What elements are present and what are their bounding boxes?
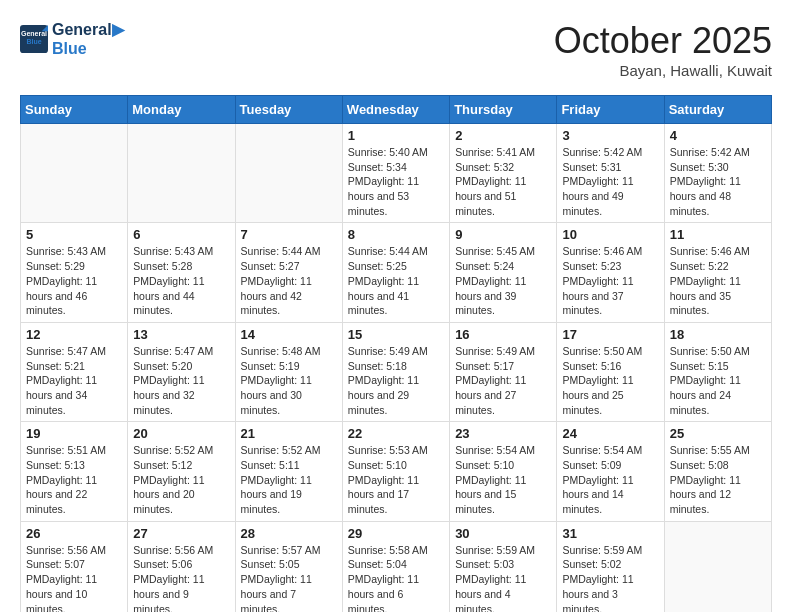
- day-number: 25: [670, 426, 766, 441]
- day-info: Sunrise: 5:58 AMSunset: 5:04 PMDaylight:…: [348, 543, 444, 612]
- day-info: Sunrise: 5:43 AMSunset: 5:28 PMDaylight:…: [133, 244, 229, 317]
- day-cell-9: 9Sunrise: 5:45 AMSunset: 5:24 PMDaylight…: [450, 223, 557, 322]
- day-cell-4: 4Sunrise: 5:42 AMSunset: 5:30 PMDaylight…: [664, 124, 771, 223]
- weekday-header-saturday: Saturday: [664, 96, 771, 124]
- logo-icon: General Blue: [20, 25, 48, 53]
- day-number: 2: [455, 128, 551, 143]
- day-number: 9: [455, 227, 551, 242]
- day-number: 10: [562, 227, 658, 242]
- day-info: Sunrise: 5:47 AMSunset: 5:20 PMDaylight:…: [133, 344, 229, 417]
- svg-text:Blue: Blue: [26, 38, 41, 45]
- day-info: Sunrise: 5:56 AMSunset: 5:07 PMDaylight:…: [26, 543, 122, 612]
- day-number: 3: [562, 128, 658, 143]
- day-cell-10: 10Sunrise: 5:46 AMSunset: 5:23 PMDayligh…: [557, 223, 664, 322]
- day-info: Sunrise: 5:49 AMSunset: 5:18 PMDaylight:…: [348, 344, 444, 417]
- day-info: Sunrise: 5:45 AMSunset: 5:24 PMDaylight:…: [455, 244, 551, 317]
- day-number: 30: [455, 526, 551, 541]
- day-number: 7: [241, 227, 337, 242]
- day-info: Sunrise: 5:52 AMSunset: 5:11 PMDaylight:…: [241, 443, 337, 516]
- day-info: Sunrise: 5:57 AMSunset: 5:05 PMDaylight:…: [241, 543, 337, 612]
- day-number: 14: [241, 327, 337, 342]
- weekday-header-row: SundayMondayTuesdayWednesdayThursdayFrid…: [21, 96, 772, 124]
- day-info: Sunrise: 5:44 AMSunset: 5:25 PMDaylight:…: [348, 244, 444, 317]
- day-cell-1: 1Sunrise: 5:40 AMSunset: 5:34 PMDaylight…: [342, 124, 449, 223]
- empty-cell: [21, 124, 128, 223]
- day-number: 20: [133, 426, 229, 441]
- day-cell-27: 27Sunrise: 5:56 AMSunset: 5:06 PMDayligh…: [128, 521, 235, 612]
- day-cell-11: 11Sunrise: 5:46 AMSunset: 5:22 PMDayligh…: [664, 223, 771, 322]
- day-cell-16: 16Sunrise: 5:49 AMSunset: 5:17 PMDayligh…: [450, 322, 557, 421]
- title-block: October 2025 Bayan, Hawalli, Kuwait: [554, 20, 772, 79]
- day-info: Sunrise: 5:50 AMSunset: 5:15 PMDaylight:…: [670, 344, 766, 417]
- day-number: 27: [133, 526, 229, 541]
- day-cell-17: 17Sunrise: 5:50 AMSunset: 5:16 PMDayligh…: [557, 322, 664, 421]
- day-cell-14: 14Sunrise: 5:48 AMSunset: 5:19 PMDayligh…: [235, 322, 342, 421]
- week-row-1: 1Sunrise: 5:40 AMSunset: 5:34 PMDaylight…: [21, 124, 772, 223]
- day-number: 19: [26, 426, 122, 441]
- day-info: Sunrise: 5:43 AMSunset: 5:29 PMDaylight:…: [26, 244, 122, 317]
- weekday-header-thursday: Thursday: [450, 96, 557, 124]
- day-cell-23: 23Sunrise: 5:54 AMSunset: 5:10 PMDayligh…: [450, 422, 557, 521]
- day-cell-12: 12Sunrise: 5:47 AMSunset: 5:21 PMDayligh…: [21, 322, 128, 421]
- day-info: Sunrise: 5:40 AMSunset: 5:34 PMDaylight:…: [348, 145, 444, 218]
- day-number: 28: [241, 526, 337, 541]
- empty-cell: [235, 124, 342, 223]
- day-number: 13: [133, 327, 229, 342]
- day-cell-2: 2Sunrise: 5:41 AMSunset: 5:32 PMDaylight…: [450, 124, 557, 223]
- day-info: Sunrise: 5:41 AMSunset: 5:32 PMDaylight:…: [455, 145, 551, 218]
- day-number: 23: [455, 426, 551, 441]
- week-row-3: 12Sunrise: 5:47 AMSunset: 5:21 PMDayligh…: [21, 322, 772, 421]
- weekday-header-wednesday: Wednesday: [342, 96, 449, 124]
- weekday-header-friday: Friday: [557, 96, 664, 124]
- day-info: Sunrise: 5:56 AMSunset: 5:06 PMDaylight:…: [133, 543, 229, 612]
- day-number: 5: [26, 227, 122, 242]
- day-cell-20: 20Sunrise: 5:52 AMSunset: 5:12 PMDayligh…: [128, 422, 235, 521]
- day-cell-8: 8Sunrise: 5:44 AMSunset: 5:25 PMDaylight…: [342, 223, 449, 322]
- day-cell-15: 15Sunrise: 5:49 AMSunset: 5:18 PMDayligh…: [342, 322, 449, 421]
- day-info: Sunrise: 5:59 AMSunset: 5:03 PMDaylight:…: [455, 543, 551, 612]
- month-title: October 2025: [554, 20, 772, 62]
- day-cell-24: 24Sunrise: 5:54 AMSunset: 5:09 PMDayligh…: [557, 422, 664, 521]
- day-cell-7: 7Sunrise: 5:44 AMSunset: 5:27 PMDaylight…: [235, 223, 342, 322]
- day-number: 18: [670, 327, 766, 342]
- day-info: Sunrise: 5:46 AMSunset: 5:22 PMDaylight:…: [670, 244, 766, 317]
- day-info: Sunrise: 5:49 AMSunset: 5:17 PMDaylight:…: [455, 344, 551, 417]
- day-number: 29: [348, 526, 444, 541]
- day-info: Sunrise: 5:50 AMSunset: 5:16 PMDaylight:…: [562, 344, 658, 417]
- week-row-2: 5Sunrise: 5:43 AMSunset: 5:29 PMDaylight…: [21, 223, 772, 322]
- day-cell-22: 22Sunrise: 5:53 AMSunset: 5:10 PMDayligh…: [342, 422, 449, 521]
- weekday-header-sunday: Sunday: [21, 96, 128, 124]
- day-cell-3: 3Sunrise: 5:42 AMSunset: 5:31 PMDaylight…: [557, 124, 664, 223]
- day-cell-25: 25Sunrise: 5:55 AMSunset: 5:08 PMDayligh…: [664, 422, 771, 521]
- day-number: 31: [562, 526, 658, 541]
- day-info: Sunrise: 5:51 AMSunset: 5:13 PMDaylight:…: [26, 443, 122, 516]
- day-info: Sunrise: 5:44 AMSunset: 5:27 PMDaylight:…: [241, 244, 337, 317]
- day-info: Sunrise: 5:54 AMSunset: 5:10 PMDaylight:…: [455, 443, 551, 516]
- day-info: Sunrise: 5:47 AMSunset: 5:21 PMDaylight:…: [26, 344, 122, 417]
- calendar-table: SundayMondayTuesdayWednesdayThursdayFrid…: [20, 95, 772, 612]
- day-number: 1: [348, 128, 444, 143]
- day-info: Sunrise: 5:53 AMSunset: 5:10 PMDaylight:…: [348, 443, 444, 516]
- day-number: 8: [348, 227, 444, 242]
- weekday-header-monday: Monday: [128, 96, 235, 124]
- day-cell-26: 26Sunrise: 5:56 AMSunset: 5:07 PMDayligh…: [21, 521, 128, 612]
- day-cell-30: 30Sunrise: 5:59 AMSunset: 5:03 PMDayligh…: [450, 521, 557, 612]
- day-cell-18: 18Sunrise: 5:50 AMSunset: 5:15 PMDayligh…: [664, 322, 771, 421]
- weekday-header-tuesday: Tuesday: [235, 96, 342, 124]
- logo: General Blue General▶ Blue: [20, 20, 124, 58]
- day-cell-21: 21Sunrise: 5:52 AMSunset: 5:11 PMDayligh…: [235, 422, 342, 521]
- location-subtitle: Bayan, Hawalli, Kuwait: [554, 62, 772, 79]
- day-number: 21: [241, 426, 337, 441]
- day-cell-13: 13Sunrise: 5:47 AMSunset: 5:20 PMDayligh…: [128, 322, 235, 421]
- day-info: Sunrise: 5:48 AMSunset: 5:19 PMDaylight:…: [241, 344, 337, 417]
- day-number: 22: [348, 426, 444, 441]
- day-info: Sunrise: 5:52 AMSunset: 5:12 PMDaylight:…: [133, 443, 229, 516]
- day-number: 6: [133, 227, 229, 242]
- day-info: Sunrise: 5:42 AMSunset: 5:30 PMDaylight:…: [670, 145, 766, 218]
- day-number: 17: [562, 327, 658, 342]
- empty-cell: [128, 124, 235, 223]
- week-row-5: 26Sunrise: 5:56 AMSunset: 5:07 PMDayligh…: [21, 521, 772, 612]
- day-info: Sunrise: 5:55 AMSunset: 5:08 PMDaylight:…: [670, 443, 766, 516]
- empty-cell: [664, 521, 771, 612]
- day-cell-28: 28Sunrise: 5:57 AMSunset: 5:05 PMDayligh…: [235, 521, 342, 612]
